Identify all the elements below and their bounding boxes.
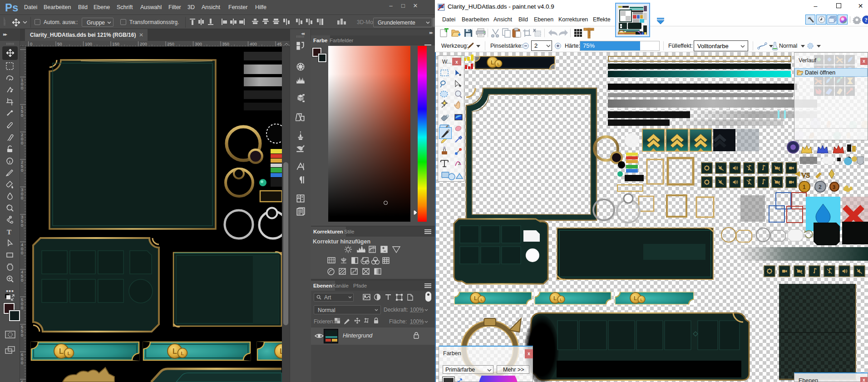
svg-text:VS: VS <box>801 172 810 179</box>
svg-text:0: 0 <box>21 140 23 145</box>
svg-text:350: 350 <box>222 41 229 46</box>
svg-text:0: 0 <box>30 41 32 46</box>
svg-text:50: 50 <box>57 41 62 46</box>
svg-text:0: 0 <box>21 250 23 255</box>
svg-text:0: 0 <box>21 195 23 200</box>
svg-text:250: 250 <box>167 41 174 46</box>
svg-text:1: 1 <box>803 184 806 190</box>
svg-text:0: 0 <box>21 85 23 90</box>
svg-text:?: ? <box>864 17 867 23</box>
svg-text:0: 0 <box>21 278 23 283</box>
svg-text:0: 0 <box>21 168 23 173</box>
svg-text:200: 200 <box>140 41 147 46</box>
svg-text:45: 45 <box>277 41 282 46</box>
svg-text:0: 0 <box>21 113 23 118</box>
svg-text:2: 2 <box>819 184 822 190</box>
svg-text:6: 6 <box>21 379 23 382</box>
svg-text:300: 300 <box>195 41 202 46</box>
svg-text:100: 100 <box>85 41 92 46</box>
svg-text:0: 0 <box>21 305 23 310</box>
svg-text:0: 0 <box>21 360 23 365</box>
svg-text:3: 3 <box>833 184 835 190</box>
svg-text:150: 150 <box>112 41 119 46</box>
svg-text:0: 0 <box>21 223 23 228</box>
svg-text:2: 2 <box>458 161 460 166</box>
svg-text:400: 400 <box>250 41 257 46</box>
svg-text:0: 0 <box>21 332 23 337</box>
